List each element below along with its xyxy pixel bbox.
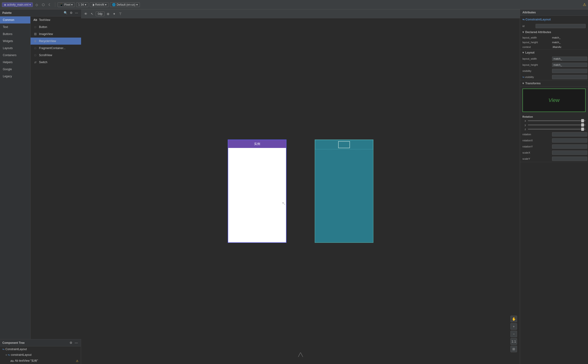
canvas-magnet-btn[interactable]: ⊕ (106, 11, 111, 16)
palette-item-recyclerview[interactable]: ☰ RecyclerView (31, 38, 81, 45)
api-chevron: ▾ (85, 3, 86, 6)
moon-icon-btn[interactable]: ☾ (47, 2, 53, 7)
tree-warning-icon: ⚠ (76, 359, 79, 363)
zoom-out-btn[interactable]: − (510, 331, 517, 337)
sidebar-item-layouts[interactable]: Layouts (0, 45, 30, 52)
y-axis-label: y (522, 124, 526, 126)
palette-panel: Palette 🔍 ⚙ — Common (0, 9, 81, 339)
layout-height-input[interactable] (552, 63, 587, 67)
blueprint-icon-btn[interactable]: ⬡ (41, 2, 46, 7)
palette-collapse-btn[interactable]: — (74, 11, 79, 15)
palette-title: Palette (2, 11, 12, 14)
component-name-display: ⇋ ConstraintLayout (520, 16, 588, 23)
palette-item-fragmentcontainer[interactable]: □ FragmentContainer... (31, 45, 81, 52)
sidebar-item-common[interactable]: Common (0, 16, 30, 24)
canvas-align-btn[interactable]: ⊤ (118, 11, 123, 16)
tree-textview-label: Ab textView "实例" (15, 359, 75, 363)
file-chevron-icon: ▾ (29, 3, 31, 6)
api-dropdown[interactable]: ⤵ 34 ▾ (76, 2, 88, 7)
layout-attr-row-1: layout_height (520, 62, 588, 68)
rotationx-input[interactable] (552, 138, 587, 143)
locale-dropdown[interactable]: 🌐 Default (en-us) ▾ (110, 2, 140, 7)
z-slider-thumb[interactable] (581, 128, 584, 131)
palette-item-scrollview[interactable]: □ ScrollView (31, 52, 81, 59)
api-icon: ⤵ (78, 3, 80, 6)
sidebar-item-helpers[interactable]: Helpers (0, 59, 30, 66)
phone-body-dark (315, 149, 373, 242)
preview-text: View (548, 97, 560, 103)
rotationy-input[interactable] (552, 144, 587, 149)
transforms-chevron-icon: ▾ (522, 82, 524, 85)
canvas-eye-btn[interactable]: 👁 (83, 11, 89, 16)
hand-tool-btn[interactable]: ✋ (510, 316, 517, 322)
layout-select-btn[interactable]: ⊞ (510, 346, 517, 352)
canvas-toolbar: 👁 ↖ 0dp ⊕ ✦ ⊤ (81, 9, 520, 18)
transforms-title: Transforms (525, 82, 541, 85)
phone-title-bar-dark (315, 140, 373, 149)
tree-collapse-btn[interactable]: — (74, 341, 79, 345)
sidebar-item-containers[interactable]: Containers (0, 52, 30, 59)
sidebar-item-text[interactable]: Text (0, 24, 30, 31)
visibility-input[interactable] (552, 69, 587, 73)
locale-label: Default (en-us) (117, 3, 135, 6)
zoom-fit-btn[interactable]: 1:1 (510, 338, 517, 345)
rotation-input[interactable] (552, 132, 587, 136)
scaley-input[interactable] (552, 157, 587, 161)
textview-icon: Ab (33, 18, 37, 22)
layout-attr-row-3: ⇋ visibility (520, 74, 588, 80)
palette-item-textview[interactable]: Ab TextView (31, 16, 81, 24)
y-slider-thumb[interactable] (581, 123, 584, 127)
palette-search-btn[interactable]: 🔍 (63, 11, 68, 15)
layout-header[interactable]: ▾ Layout (520, 50, 588, 56)
sidebar-item-buttons[interactable]: Buttons (0, 31, 30, 38)
tree-item-root[interactable]: ⇋ ConstraintLayout (0, 346, 81, 352)
cursor-icon: ↖ (282, 201, 286, 206)
zoom-in-btn[interactable]: + (510, 323, 517, 330)
file-dropdown[interactable]: ◈ activity_main.xml ▾ (2, 2, 33, 7)
declared-attributes-section: ▾ Declared Attributes layout_width match… (520, 29, 588, 50)
palette-item-imageview[interactable]: 🖼 ImageView (31, 31, 81, 38)
x-slider-track[interactable] (528, 120, 586, 121)
x-axis-label: x (522, 119, 526, 122)
device-label: Pixel (64, 3, 70, 6)
palette-gear-btn[interactable]: ⚙ (69, 11, 73, 15)
tree-item-constraint[interactable]: ▾ ⇋ constraintLayout (0, 352, 81, 358)
dp-display[interactable]: 0dp (96, 12, 105, 16)
palette-item-button[interactable]: □ Button (31, 24, 81, 31)
canvas-side-tools: ✋ + − 1:1 ⊞ (510, 316, 517, 352)
canvas-cursor-btn[interactable]: ↖ (90, 11, 95, 16)
declared-attrs-header[interactable]: ▾ Declared Attributes (520, 29, 588, 35)
canvas-connect-btn[interactable]: ✦ (112, 11, 117, 16)
design-icon-btn[interactable]: ◇ (34, 2, 39, 7)
scalex-input[interactable] (552, 150, 587, 155)
warning-icon: ⚠ (583, 2, 586, 7)
sidebar-item-containers-label: Containers (3, 53, 16, 57)
theme-dropdown[interactable]: ◑ Retrofit ▾ (90, 2, 109, 7)
transforms-header[interactable]: ▾ Transforms (520, 80, 588, 86)
recyclerview-icon: ☰ (33, 39, 37, 43)
declared-attrs-title: Declared Attributes (525, 31, 551, 34)
sidebar-item-google[interactable]: Google (0, 66, 30, 73)
recyclerview-label: RecyclerView (39, 39, 56, 43)
tree-item-textview[interactable]: Ab Ab textView "实例" ⚠ (0, 358, 81, 364)
fragmentcontainer-icon: □ (33, 46, 37, 50)
declared-attr-value-2: .MainAc (552, 46, 562, 48)
link-icon-small: ⇋ (522, 76, 524, 78)
device-dropdown[interactable]: 📱 Pixel ▾ (58, 2, 75, 7)
top-bar: ◈ activity_main.xml ▾ ◇ ⬡ ☾ 📱 Pixel ▾ ⤵ … (0, 0, 588, 9)
id-input[interactable] (535, 24, 586, 28)
id-label: id (522, 25, 534, 27)
z-slider-track[interactable] (528, 129, 586, 130)
tree-constraint-label: constraintLayout (11, 353, 32, 357)
y-slider-track[interactable] (528, 124, 586, 125)
phone-body-light (228, 148, 286, 242)
x-slider-thumb[interactable] (581, 119, 584, 122)
declared-attr-name-1: layout_height (522, 41, 551, 44)
locale-chevron: ▾ (136, 3, 138, 6)
visibility2-input[interactable] (552, 75, 587, 79)
sidebar-item-legacy[interactable]: Legacy (0, 73, 30, 80)
tree-gear-btn[interactable]: ⚙ (69, 341, 73, 345)
sidebar-item-widgets[interactable]: Widgets (0, 38, 30, 45)
layout-width-input[interactable] (552, 57, 587, 61)
palette-item-switch[interactable]: ⇄ Switch (31, 59, 81, 66)
